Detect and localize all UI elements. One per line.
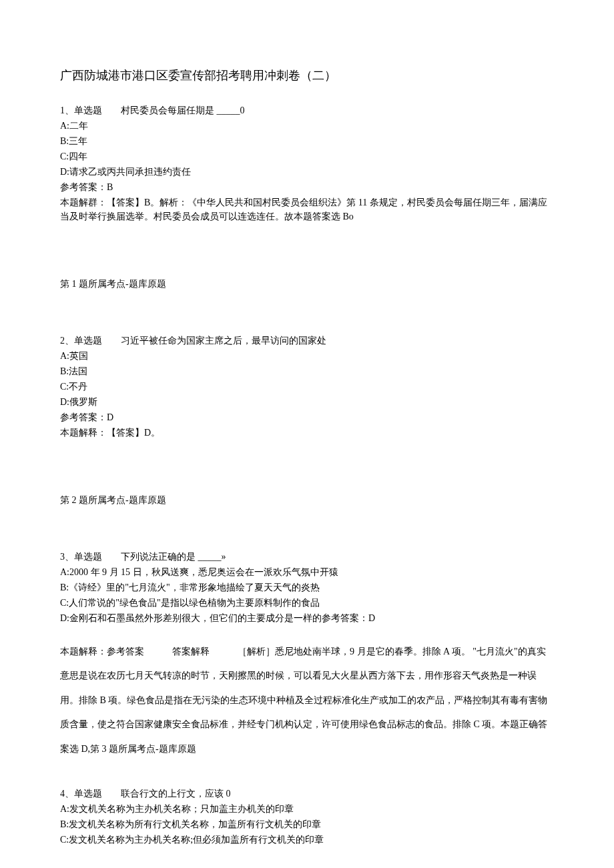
question-4: 4、单选题 联合行文的上行文，应该 0 A:发文机关名称为主办机关名称；只加盖主… bbox=[60, 787, 554, 847]
q2-stem: 2、单选题 习近平被任命为国家主席之后，最早访问的国家处 bbox=[60, 334, 554, 348]
q2-option-c: C:不丹 bbox=[60, 380, 554, 394]
q1-answer: 参考答案：B bbox=[60, 180, 554, 194]
q4-option-b: B:发文机关名称为所有行文机关名称，加盖所有行文机关的印章 bbox=[60, 817, 554, 831]
question-1: 1、单选题 村民委员会每届任期是 _____0 A:二年 B:三年 C:四年 D… bbox=[60, 103, 554, 224]
q3-option-d: D:金刚石和石墨虽然外形差别很大，但它们的主要成分是一样的参考答案：D bbox=[60, 611, 554, 625]
q2-answer: 参考答案：D bbox=[60, 410, 554, 424]
q1-option-d: D:请求乙或丙共同承担违约责任 bbox=[60, 165, 554, 179]
q2-option-b: B:法国 bbox=[60, 364, 554, 378]
q1-stem: 1、单选题 村民委员会每届任期是 _____0 bbox=[60, 103, 554, 117]
q1-option-c: C:四年 bbox=[60, 149, 554, 163]
q3-option-c: C:人们常说的"绿色食品"是指以绿色植物为主要原料制作的食品 bbox=[60, 596, 554, 610]
document-page: 广西防城港市港口区委宣传部招考聘用冲刺卷（二） 1、单选题 村民委员会每届任期是… bbox=[0, 0, 614, 868]
question-3: 3、单选题 下列说法正确的是 _____» A:2000 年 9 月 15 日，… bbox=[60, 550, 554, 761]
question-2: 2、单选题 习近平被任命为国家主席之后，最早访问的国家处 A:英国 B:法国 C… bbox=[60, 334, 554, 440]
q3-stem: 3、单选题 下列说法正确的是 _____» bbox=[60, 550, 554, 564]
document-title: 广西防城港市港口区委宣传部招考聘用冲刺卷（二） bbox=[60, 67, 554, 85]
q3-option-b: B:《诗经》里的"七月流火"，非常形象地描绘了夏天天气的炎热 bbox=[60, 580, 554, 594]
q1-option-a: A:二年 bbox=[60, 119, 554, 133]
q1-topic: 第 1 题所属考点-题库原题 bbox=[60, 277, 554, 291]
q4-option-a: A:发文机关名称为主办机关名称；只加盖主办机关的印章 bbox=[60, 802, 554, 816]
q2-explanation: 本题解释：【答案】D。 bbox=[60, 426, 554, 440]
q1-explanation: 本题解群：【答案】B。解析：《中华人民共和国村民委员会组织法》第 11 条规定，… bbox=[60, 195, 554, 224]
q4-stem: 4、单选题 联合行文的上行文，应该 0 bbox=[60, 787, 554, 801]
q2-topic: 第 2 题所属考点-题库原题 bbox=[60, 493, 554, 507]
q1-option-b: B:三年 bbox=[60, 134, 554, 148]
q3-option-a: A:2000 年 9 月 15 日，秋风送爽，悉尼奥运会在一派欢乐气氛中开猿 bbox=[60, 565, 554, 579]
q3-explanation: 本题解释：参考答案 答案解释 ［解析］悉尼地处南半球，9 月是它的春季。排除 A… bbox=[60, 640, 554, 761]
q2-option-d: D:俄罗斯 bbox=[60, 395, 554, 409]
q4-option-c: C:发文机关名称为主办机关名称;但必须加盖所有行文机关的印章 bbox=[60, 833, 554, 847]
q2-option-a: A:英国 bbox=[60, 349, 554, 363]
